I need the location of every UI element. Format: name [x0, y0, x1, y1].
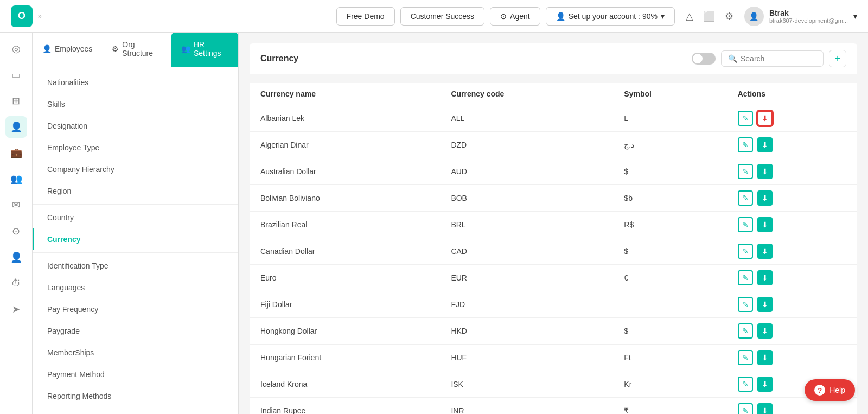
sidebar-icon-people[interactable]: 👤 [5, 116, 27, 138]
delete-currency-button[interactable]: ⬇ [757, 217, 773, 232]
menu-item-pay-frequency[interactable]: Pay Frequency [33, 298, 238, 320]
table-row: EuroEUR€✎⬇ [250, 265, 857, 291]
col-symbol: Symbol [613, 83, 726, 105]
setup-people-icon: 👤 [556, 12, 565, 21]
menu-item-skills[interactable]: Skills [33, 93, 238, 115]
currency-name-cell: Fiji Dollar [250, 291, 440, 318]
edit-currency-button[interactable]: ✎ [738, 297, 753, 312]
edit-currency-button[interactable]: ✎ [738, 350, 753, 365]
sidebar-icon-calendar[interactable]: ⊞ [5, 90, 27, 112]
agent-button[interactable]: ⊙ Agent [490, 7, 540, 26]
table-row: Indian RupeeINR₹✎⬇ [250, 398, 857, 415]
top-nav: O » Free Demo Customer Success ⊙ Agent 👤… [0, 0, 868, 33]
edit-currency-button[interactable]: ✎ [738, 377, 753, 392]
customer-success-button[interactable]: Customer Success [400, 7, 484, 26]
setup-button[interactable]: 👤 Set up your account : 90% ▾ [546, 7, 675, 26]
action-buttons: ✎⬇ [738, 403, 846, 414]
menu-item-company-hierarchy[interactable]: Company Hierarchy [33, 158, 238, 180]
user-menu[interactable]: 👤 Btrak btrak607-development@gm... ▾ [744, 7, 857, 26]
help-button[interactable]: ? Help [805, 379, 855, 401]
menu-item-reporting-methods[interactable]: Reporting Methods [33, 385, 238, 407]
delete-currency-button[interactable]: ⬇ [757, 323, 773, 339]
currency-code-cell: AUD [440, 158, 613, 185]
tab-org-label: Org Structure [122, 40, 162, 58]
table-row: Fiji DollarFJD✎⬇ [250, 291, 857, 318]
tab-hr-settings[interactable]: 👥 HR Settings [171, 33, 238, 67]
delete-currency-button[interactable]: ⬇ [757, 350, 773, 365]
tab-hr-label: HR Settings [194, 40, 228, 58]
add-currency-button[interactable]: + [829, 50, 846, 67]
menu-divider-2 [33, 252, 238, 253]
edit-currency-button[interactable]: ✎ [738, 403, 753, 414]
menu-item-languages[interactable]: Languages [33, 277, 238, 298]
hr-icon: 👥 [181, 44, 190, 53]
edit-currency-button[interactable]: ✎ [738, 270, 753, 285]
content-area: Currency 🔍 + Currency name Currency code… [239, 33, 868, 414]
delete-currency-button[interactable]: ⬇ [757, 244, 773, 259]
delete-currency-button[interactable]: ⬇ [757, 137, 773, 152]
delete-currency-button[interactable]: ⬇ [757, 377, 773, 392]
delete-currency-button[interactable]: ⬇ [757, 190, 773, 206]
edit-currency-button[interactable]: ✎ [738, 164, 753, 179]
table-row: Bolivian BolivianoBOB$b✎⬇ [250, 185, 857, 212]
tab-employees[interactable]: 👤 Employees [33, 33, 102, 67]
menu-item-identification-type[interactable]: Identification Type [33, 255, 238, 277]
menu-item-nationalities[interactable]: Nationalities [33, 72, 238, 93]
toggle-switch[interactable] [692, 53, 716, 65]
menu-divider [33, 204, 238, 205]
menu-item-paygrade[interactable]: Paygrade [33, 320, 238, 342]
sidebar-icon-settings[interactable]: ⊙ [5, 220, 27, 242]
currency-symbol-cell: ₹ [613, 398, 726, 415]
search-input[interactable] [741, 54, 816, 63]
menu-item-region[interactable]: Region [33, 180, 238, 202]
sidebar-icon-send[interactable]: ➤ [5, 298, 27, 320]
sidebar-icon-briefcase[interactable]: 💼 [5, 142, 27, 164]
delete-currency-button[interactable]: ⬇ [757, 270, 773, 285]
menu-item-designation[interactable]: Designation [33, 115, 238, 137]
edit-currency-button[interactable]: ✎ [738, 137, 753, 152]
currency-actions-cell: ✎⬇ [727, 158, 857, 185]
delete-currency-button[interactable]: ⬇ [757, 297, 773, 312]
edit-currency-button[interactable]: ✎ [738, 244, 753, 259]
search-icon: 🔍 [728, 54, 737, 63]
edit-currency-button[interactable]: ✎ [738, 323, 753, 339]
avatar: 👤 [744, 7, 764, 26]
currency-symbol-cell: $b [613, 185, 726, 212]
menu-item-currency[interactable]: Currency [33, 228, 238, 250]
sidebar-icon-dashboard[interactable]: ◎ [5, 38, 27, 60]
content-header: Currency 🔍 + [250, 43, 857, 74]
search-box: 🔍 [721, 50, 824, 67]
currency-symbol-cell [613, 291, 726, 318]
app-logo[interactable]: O [11, 5, 33, 27]
edit-currency-button[interactable]: ✎ [738, 111, 753, 126]
sidebar-icon-group[interactable]: 👥 [5, 168, 27, 190]
currency-code-cell: HKD [440, 318, 613, 345]
menu-item-memberships[interactable]: MemberShips [33, 342, 238, 364]
employees-icon: 👤 [42, 44, 52, 53]
nav-expand-icon[interactable]: » [38, 12, 42, 20]
delete-currency-button[interactable]: ⬇ [757, 164, 773, 179]
menu-item-payment-method[interactable]: Payment Method [33, 364, 238, 385]
alert-icon[interactable]: △ [686, 10, 693, 22]
action-buttons: ✎⬇ [738, 270, 846, 285]
currency-name-cell: Brazilian Real [250, 212, 440, 238]
tab-org-structure[interactable]: ⚙ Org Structure [102, 33, 171, 67]
action-buttons: ✎⬇ [738, 350, 846, 365]
sidebar-icon-monitor[interactable]: ▭ [5, 64, 27, 86]
edit-currency-button[interactable]: ✎ [738, 217, 753, 232]
gear-icon[interactable]: ⚙ [725, 10, 733, 22]
delete-currency-button[interactable]: ⬇ [757, 111, 773, 126]
action-buttons: ✎⬇ [738, 297, 846, 312]
sidebar-icon-clock[interactable]: ⏱ [5, 272, 27, 294]
sidebar-icon-user2[interactable]: 👤 [5, 246, 27, 268]
menu-item-employee-type[interactable]: Employee Type [33, 137, 238, 158]
currency-code-cell: BOB [440, 185, 613, 212]
sidebar-icon-mail[interactable]: ✉ [5, 194, 27, 216]
edit-currency-button[interactable]: ✎ [738, 190, 753, 206]
menu-item-country[interactable]: Country [33, 207, 238, 228]
doc-icon[interactable]: ⬜ [703, 10, 715, 22]
currency-code-cell: DZD [440, 132, 613, 158]
delete-currency-button[interactable]: ⬇ [757, 403, 773, 414]
tab-employees-label: Employees [55, 44, 92, 53]
free-demo-button[interactable]: Free Demo [336, 7, 395, 26]
